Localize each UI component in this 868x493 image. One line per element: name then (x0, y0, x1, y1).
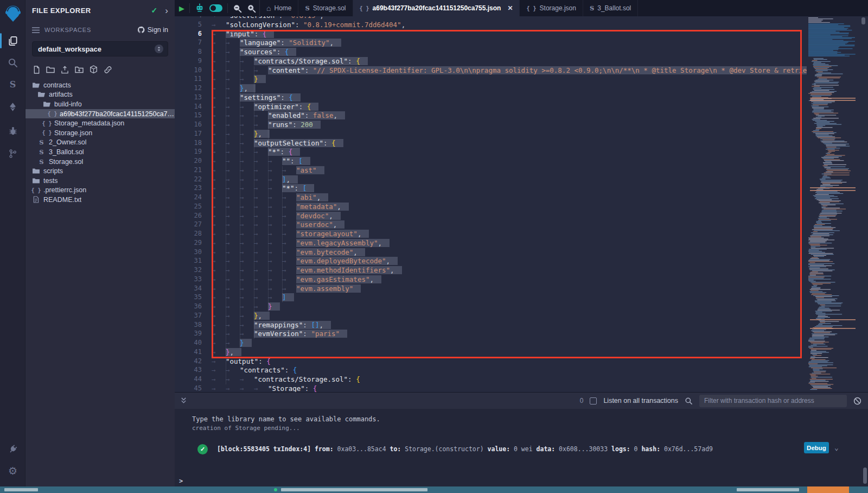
settings-gear-icon[interactable]: ⚙ (0, 462, 25, 480)
workspace-ok-check-icon[interactable]: ✓ (151, 6, 158, 15)
file-tree-item[interactable]: S3_Ballot.sol (25, 147, 175, 157)
file-tree-item[interactable]: { }Storage.json (25, 128, 175, 138)
terminal-search-icon[interactable] (685, 397, 693, 405)
code-line[interactable]: →→→→"enabled": false, (212, 111, 807, 121)
terminal-scrollbar-thumb[interactable] (863, 467, 867, 484)
tab-3_Ballot.sol[interactable]: S3_Ballot.sol (583, 0, 638, 16)
code-line[interactable]: →→→→"*": { (212, 148, 807, 157)
code-line[interactable]: →→→→→→"metadata", (212, 203, 807, 212)
plugin-manager-icon[interactable] (0, 440, 25, 458)
code-line[interactable]: →→→→"content": "// SPDX-License-Identifi… (212, 66, 807, 75)
code-line[interactable]: →→→→→→"evm.methodIdentifiers", (212, 266, 807, 275)
code-line[interactable]: →→→→→→"userdoc", (212, 220, 807, 230)
link-external-icon[interactable] (104, 66, 112, 74)
code-line[interactable]: →→"settings": { (212, 93, 807, 103)
debugger-icon[interactable] (0, 122, 25, 140)
code-line[interactable]: →→→→→→"devdoc", (212, 212, 807, 221)
create-file-icon[interactable] (33, 66, 40, 74)
workspaces-menu-icon[interactable] (32, 27, 40, 33)
remix-logo-icon[interactable] (2, 3, 23, 25)
tx-expand-caret-icon[interactable]: ⌄ (834, 444, 839, 452)
code-line[interactable]: →→→}, (212, 130, 807, 139)
file-tree-item[interactable]: SStorage.sol (25, 157, 175, 167)
status-alert-segment[interactable] (807, 486, 849, 493)
close-tab-icon[interactable]: ✕ (507, 4, 513, 12)
terminal-collapse-icon[interactable] (180, 397, 187, 404)
tab-Storage.sol[interactable]: SStorage.sol (298, 0, 353, 16)
file-explorer-icon[interactable] (0, 31, 25, 50)
code-line[interactable]: →→→→→] (212, 293, 807, 302)
code-line[interactable]: →→"sources": { (212, 48, 807, 57)
file-tree-item[interactable]: scripts (25, 166, 175, 176)
file-tree-item[interactable]: README.txt (25, 195, 175, 205)
code-line[interactable]: →→→→→→"ast" (212, 166, 807, 175)
solidity-compiler-icon[interactable]: S (0, 75, 25, 93)
code-line[interactable]: →→→}, (212, 312, 807, 321)
code-line[interactable]: →"output": { (212, 357, 807, 366)
code-line[interactable]: →→→→→→"abi", (212, 193, 807, 203)
listen-all-checkbox[interactable] (590, 397, 597, 404)
code-line[interactable]: →→"language": "Solidity", (212, 39, 807, 48)
code-line[interactable]: →→→→→→"evm.legacyAssembly", (212, 239, 807, 248)
remixd-robot-icon[interactable] (195, 3, 205, 13)
code-line[interactable]: →→→"evmVersion": "paris" (212, 330, 807, 339)
code-line[interactable]: →→→→→"*": [ (212, 184, 807, 193)
tab-Storage.json[interactable]: { }Storage.json (520, 0, 583, 16)
clear-console-icon[interactable] (853, 397, 861, 405)
code-line[interactable]: →→→→→→"evm.deployedBytecode", (212, 257, 807, 266)
upload-file-icon[interactable] (61, 66, 69, 74)
upload-folder-icon[interactable] (75, 66, 84, 73)
file-tree-item[interactable]: tests (25, 176, 175, 186)
publish-ipfs-icon[interactable] (90, 65, 98, 74)
file-tree-item[interactable]: S2_Owner.sol (25, 138, 175, 148)
code-line[interactable]: →→→→→→"evm.assembly" (212, 285, 807, 294)
code-line[interactable]: →→→"outputSelection": { (212, 139, 807, 148)
code-line[interactable]: →→→→"Storage": { (212, 384, 807, 392)
transaction-filter-input[interactable] (699, 395, 847, 407)
code-editor[interactable]: 4567891011121314151617181920212223242526… (175, 16, 868, 392)
code-line[interactable]: →→→→"runs": 200 (212, 121, 807, 130)
code-line[interactable]: →→→→→], (212, 175, 807, 185)
file-tree-item[interactable]: contracts (25, 80, 175, 90)
code-line[interactable]: →→→} (212, 75, 807, 84)
code-line[interactable]: →→}, (212, 84, 807, 93)
code-line[interactable]: →"solcLongVersion": "0.8.19+commit.7dd6d… (212, 21, 807, 30)
create-folder-icon[interactable] (46, 66, 55, 73)
file-tree-item[interactable]: { }.prettierrc.json (25, 186, 175, 195)
code-line[interactable]: →}, (212, 348, 807, 357)
run-script-button[interactable]: ▶ (179, 4, 184, 12)
code-line[interactable]: →→} (212, 339, 807, 348)
editor-minimap[interactable] (807, 16, 857, 392)
tab-a69b43f277ba20fcac141151250ca755.json[interactable]: { }a69b43f277ba20fcac141151250ca755.json… (353, 0, 520, 16)
editor-code-pane[interactable]: →"solcVersion": "0.8.19",→"solcLongVersi… (212, 16, 807, 392)
theme-toggle[interactable] (209, 4, 222, 12)
code-line[interactable]: →→→→} (212, 302, 807, 312)
code-line[interactable]: →"solcVersion": "0.8.19", (212, 16, 807, 21)
sign-in-button[interactable]: Sign in (137, 26, 168, 34)
editor-scrollbar-thumb[interactable] (861, 17, 865, 24)
zoom-out-icon[interactable] (233, 4, 242, 13)
zoom-in-icon[interactable] (247, 4, 256, 13)
file-tree-item[interactable]: { }a69b43f277ba20fcac141151250ca755.json (25, 109, 175, 119)
transaction-log-row[interactable]: ✓ [block:5583405 txIndex:4] from: 0xa03.… (175, 443, 868, 458)
panel-expand-chevron-icon[interactable]: › (165, 6, 168, 15)
terminal-body[interactable]: Type the library name to see available c… (175, 409, 868, 487)
file-tree-item[interactable]: build-info (25, 99, 175, 109)
code-line[interactable]: →→→"optimizer": { (212, 103, 807, 112)
workspace-selector[interactable]: default_workspace (32, 41, 168, 56)
search-icon[interactable] (0, 53, 25, 72)
code-line[interactable]: →→→→→→"evm.gasEstimates", (212, 275, 807, 285)
file-tree-item[interactable]: artifacts (25, 90, 175, 100)
code-line[interactable]: →→→→→→"evm.bytecode", (212, 248, 807, 257)
debug-button[interactable]: Debug (804, 442, 829, 453)
code-line[interactable]: →→→→→→"storageLayout", (212, 230, 807, 239)
git-icon[interactable] (0, 144, 25, 163)
tab-Home[interactable]: ⌂Home (260, 0, 298, 16)
code-line[interactable]: →→"contracts": { (212, 366, 807, 375)
deploy-and-run-icon[interactable] (0, 98, 25, 116)
code-line[interactable]: →"input": { (212, 30, 807, 39)
code-line[interactable]: →→→"contracts/Storage.sol": { (212, 57, 807, 66)
code-line[interactable]: →→→"remappings": [], (212, 321, 807, 330)
file-tree-item[interactable]: { }Storage_metadata.json (25, 118, 175, 128)
code-line[interactable]: →→→→→"": [ (212, 157, 807, 166)
